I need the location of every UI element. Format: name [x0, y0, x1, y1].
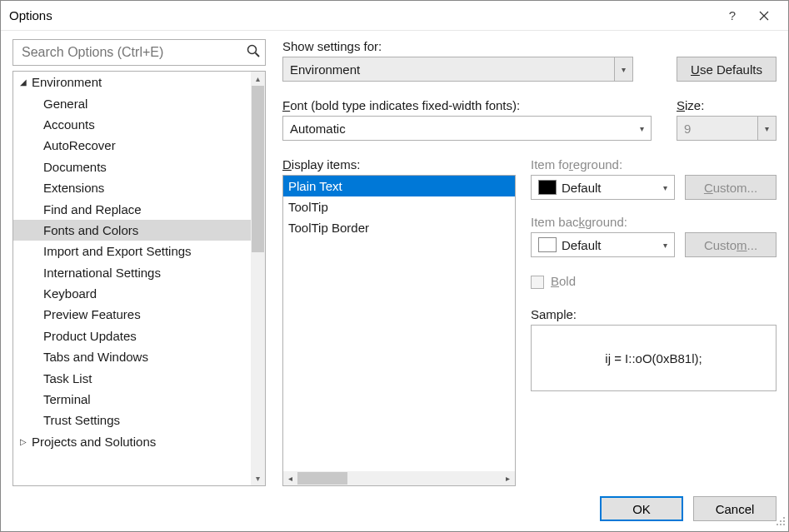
scroll-down-arrow-icon[interactable]: ▾ — [251, 471, 265, 485]
item-foreground-dropdown[interactable]: Default ▾ — [531, 175, 675, 200]
item-foreground-value: Default — [562, 181, 602, 195]
window-title: Options — [9, 8, 52, 22]
svg-point-0 — [248, 46, 257, 54]
tree-item-label: Find and Replace — [43, 202, 142, 216]
size-dropdown[interactable]: 9 ▾ — [677, 116, 777, 141]
expander-open-icon[interactable]: ◢ — [20, 77, 30, 87]
font-value: Automatic — [290, 122, 651, 136]
close-button[interactable] — [748, 3, 780, 28]
tree-item-label: Environment — [32, 75, 102, 89]
tree-item-label: Trust Settings — [43, 413, 120, 427]
display-items-listbox[interactable]: Plain TextToolTipToolTip Border ◂ ▸ — [282, 175, 516, 486]
close-icon — [759, 11, 769, 21]
display-item-tooltip-border[interactable]: ToolTip Border — [283, 217, 515, 238]
item-background-label: Item background: — [531, 215, 777, 229]
tree-item-label: Accounts — [43, 117, 95, 132]
help-button[interactable]: ? — [717, 3, 748, 28]
tree-item-environment[interactable]: ◢Environment — [13, 72, 251, 92]
show-settings-value: Environment — [290, 62, 632, 77]
svg-point-4 — [777, 524, 778, 525]
display-items-label: Display items: — [282, 157, 516, 172]
custom-foreground-button[interactable]: Custom... — [685, 175, 777, 200]
custom-background-button[interactable]: Custom... — [685, 232, 777, 257]
svg-point-6 — [783, 524, 785, 525]
cancel-button[interactable]: Cancel — [693, 496, 777, 521]
tree-item-label: Product Updates — [43, 329, 137, 343]
expander-closed-icon[interactable]: ▷ — [20, 437, 30, 446]
search-input[interactable] — [12, 39, 266, 66]
sample-preview: ij = I::oO(0xB81l); — [531, 325, 777, 391]
tree-item-label: Tabs and Windows — [43, 350, 148, 364]
chevron-down-icon: ▾ — [632, 117, 651, 140]
tree-item-trust-settings[interactable]: Trust Settings — [13, 410, 251, 430]
font-dropdown[interactable]: Automatic ▾ — [282, 116, 652, 141]
foreground-swatch — [538, 180, 557, 195]
tree-item-autorecover[interactable]: AutoRecover — [13, 135, 251, 156]
font-label: Font (bold type indicates fixed-width fo… — [282, 98, 652, 112]
show-settings-dropdown[interactable]: Environment ▾ — [282, 57, 633, 82]
tree-item-preview-features[interactable]: Preview Features — [13, 304, 251, 325]
use-defaults-button[interactable]: Use Defaults — [677, 57, 777, 82]
tree-item-general[interactable]: General — [13, 92, 251, 113]
tree-item-label: Extensions — [43, 181, 104, 195]
scroll-thumb[interactable] — [252, 86, 264, 252]
item-background-dropdown[interactable]: Default ▾ — [531, 232, 675, 257]
hscroll-thumb[interactable] — [297, 472, 347, 485]
tree-item-find-and-replace[interactable]: Find and Replace — [13, 198, 251, 219]
chevron-down-icon: ▾ — [656, 176, 674, 199]
tree-item-terminal[interactable]: Terminal — [13, 389, 251, 410]
ok-button[interactable]: OK — [600, 496, 683, 521]
tree-item-label: Documents — [43, 160, 107, 174]
tree-item-product-updates[interactable]: Product Updates — [13, 326, 251, 346]
tree-item-task-list[interactable]: Task List — [13, 367, 251, 388]
tree-item-label: Projects and Solutions — [32, 435, 156, 449]
tree-item-accounts[interactable]: Accounts — [13, 114, 251, 135]
tree-scrollbar[interactable]: ▴ ▾ — [251, 72, 265, 485]
display-items-hscroll[interactable]: ◂ ▸ — [283, 471, 515, 485]
tree-item-tabs-and-windows[interactable]: Tabs and Windows — [13, 346, 251, 367]
tree-item-label: International Settings — [43, 266, 161, 280]
tree-item-label: AutoRecover — [43, 138, 116, 152]
chevron-down-icon: ▾ — [614, 57, 632, 81]
chevron-down-icon: ▾ — [656, 233, 674, 256]
tree-item-international-settings[interactable]: International Settings — [13, 262, 251, 283]
tree-item-label: Preview Features — [43, 307, 141, 321]
search-icon[interactable] — [246, 43, 261, 62]
display-item-tooltip[interactable]: ToolTip — [283, 196, 515, 217]
tree-item-label: Fonts and Colors — [43, 223, 138, 237]
item-background-value: Default — [562, 238, 602, 252]
size-label: Size: — [677, 98, 777, 112]
tree-item-fonts-and-colors[interactable]: Fonts and Colors — [13, 220, 251, 241]
svg-point-3 — [783, 520, 785, 522]
background-swatch — [538, 237, 557, 252]
tree-item-documents[interactable]: Documents — [13, 157, 251, 177]
svg-point-2 — [780, 520, 782, 522]
scroll-right-arrow-icon[interactable]: ▸ — [501, 471, 515, 485]
bold-checkbox-row[interactable]: Bold — [531, 274, 777, 289]
svg-point-1 — [783, 517, 785, 519]
tree-item-label: Terminal — [43, 392, 91, 406]
bold-checkbox[interactable] — [531, 276, 544, 289]
tree-item-extensions[interactable]: Extensions — [13, 177, 251, 198]
sample-text: ij = I::oO(0xB81l); — [605, 351, 702, 365]
tree-item-label: Import and Export Settings — [43, 244, 192, 258]
display-item-plain-text[interactable]: Plain Text — [283, 176, 515, 196]
resize-grip-icon[interactable] — [776, 516, 786, 529]
tree-item-label: Task List — [43, 371, 92, 385]
scroll-left-arrow-icon[interactable]: ◂ — [283, 471, 297, 485]
item-foreground-label: Item foreground: — [531, 157, 777, 172]
tree-item-label: Keyboard — [43, 286, 97, 301]
show-settings-label: Show settings for: — [282, 39, 777, 53]
scroll-up-arrow-icon[interactable]: ▴ — [251, 72, 265, 86]
tree-item-keyboard[interactable]: Keyboard — [13, 283, 251, 304]
sample-label: Sample: — [531, 307, 777, 321]
tree-item-import-and-export-settings[interactable]: Import and Export Settings — [13, 241, 251, 261]
chevron-down-icon: ▾ — [757, 117, 776, 140]
options-tree[interactable]: ◢EnvironmentGeneralAccountsAutoRecoverDo… — [13, 72, 251, 485]
tree-item-projects-and-solutions[interactable]: ▷Projects and Solutions — [13, 431, 251, 452]
svg-point-5 — [780, 524, 782, 525]
tree-item-label: General — [43, 97, 87, 111]
